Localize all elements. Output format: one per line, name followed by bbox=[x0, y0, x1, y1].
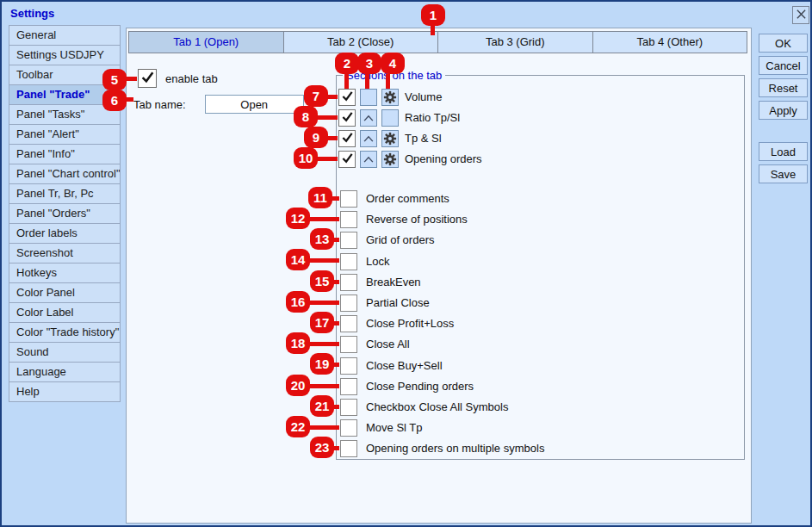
reset-button[interactable]: Reset bbox=[759, 78, 808, 97]
callout-line-16 bbox=[308, 301, 339, 305]
gear-icon[interactable] bbox=[381, 130, 399, 147]
close-icon bbox=[796, 9, 807, 22]
tab[interactable]: Tab 1 (Open) bbox=[129, 32, 284, 53]
option-row: Close Buy+Sell bbox=[340, 357, 443, 375]
callout-line-14 bbox=[308, 258, 339, 263]
callout-line-20 bbox=[308, 384, 339, 388]
checkbox[interactable] bbox=[338, 89, 356, 106]
apply-button[interactable]: Apply bbox=[759, 101, 808, 120]
option-row: Order comments bbox=[340, 190, 449, 208]
chevron-icon[interactable] bbox=[360, 130, 377, 147]
sidebar-item[interactable]: Hotkeys bbox=[9, 263, 121, 283]
close-button[interactable] bbox=[792, 6, 809, 24]
option-row: BreakEven bbox=[340, 274, 421, 291]
callout-badge-7: 7 bbox=[304, 85, 328, 107]
sidebar-item[interactable]: Order labels bbox=[9, 223, 121, 244]
sidebar-item[interactable]: Panel "Chart control" bbox=[9, 164, 121, 184]
sidebar-item[interactable]: Language bbox=[9, 362, 121, 382]
section-row-label: Tp & Sl bbox=[405, 130, 442, 147]
sidebar-item[interactable]: Color Panel bbox=[9, 282, 121, 303]
checkbox[interactable] bbox=[340, 315, 357, 332]
callout-badge-2: 2 bbox=[335, 53, 359, 74]
checkmark-icon bbox=[140, 70, 155, 87]
dialog-buttons: OKCancelResetApply bbox=[759, 34, 808, 123]
tab-name-row: Tab name: bbox=[133, 95, 304, 114]
section-row-label: Volume bbox=[405, 89, 442, 106]
checkbox[interactable] bbox=[340, 253, 357, 270]
callout-badge-20: 20 bbox=[286, 375, 310, 396]
option-row-label: Close Pending orders bbox=[366, 378, 474, 395]
checkbox[interactable] bbox=[340, 211, 357, 228]
sidebar-item[interactable]: Color "Trade history" bbox=[9, 322, 121, 343]
option-row: Close All bbox=[340, 336, 410, 353]
load-button[interactable]: Load bbox=[759, 142, 808, 161]
checkbox[interactable] bbox=[340, 336, 357, 353]
checkbox[interactable] bbox=[340, 399, 357, 416]
option-row: Close Profit+Loss bbox=[340, 315, 454, 332]
enable-tab-row: enable tab bbox=[138, 69, 218, 88]
callout-badge-4: 4 bbox=[381, 53, 405, 74]
tab[interactable]: Tab 4 (Other) bbox=[593, 32, 747, 53]
sidebar-item[interactable]: Color Label bbox=[9, 302, 121, 323]
sidebar-item[interactable]: Panel "Orders" bbox=[9, 203, 121, 224]
sidebar-item[interactable]: Screenshot bbox=[9, 243, 121, 264]
callout-line-12 bbox=[308, 217, 339, 221]
tab[interactable]: Tab 3 (Grid) bbox=[438, 32, 593, 53]
callout-badge-15: 15 bbox=[310, 270, 334, 292]
section-row-label: Opening orders bbox=[405, 151, 482, 168]
gear-icon[interactable] bbox=[381, 151, 399, 168]
checkbox[interactable] bbox=[340, 419, 357, 437]
color-swatch[interactable] bbox=[381, 109, 399, 127]
callout-badge-1: 1 bbox=[421, 4, 445, 26]
enable-tab-checkbox[interactable] bbox=[138, 69, 157, 88]
checkbox[interactable] bbox=[340, 232, 357, 249]
chevron-icon[interactable] bbox=[360, 151, 377, 168]
checkbox[interactable] bbox=[340, 190, 357, 208]
section-row: Volume bbox=[338, 89, 442, 106]
option-row-label: Opening orders on multiple symbols bbox=[366, 440, 544, 457]
tab-name-input[interactable] bbox=[205, 95, 304, 114]
tab[interactable]: Tab 2 (Close) bbox=[284, 32, 439, 53]
checkbox[interactable] bbox=[340, 274, 357, 291]
callout-badge-17: 17 bbox=[310, 312, 334, 333]
callout-badge-14: 14 bbox=[286, 249, 310, 270]
checkbox[interactable] bbox=[340, 294, 357, 312]
callout-badge-13: 13 bbox=[310, 228, 334, 250]
window-title: Settings bbox=[10, 7, 54, 20]
sidebar-item[interactable]: General bbox=[9, 25, 121, 46]
callout-badge-5: 5 bbox=[102, 69, 127, 90]
section-row: Tp & Sl bbox=[338, 130, 442, 147]
sidebar-item[interactable]: Panel "Info" bbox=[9, 144, 121, 164]
checkbox[interactable] bbox=[340, 378, 357, 395]
checkbox[interactable] bbox=[338, 109, 356, 127]
gear-icon[interactable] bbox=[381, 89, 399, 106]
checkmark-icon bbox=[341, 90, 354, 105]
sidebar-item[interactable]: Panel Tr, Br, Pc bbox=[9, 183, 121, 204]
callout-badge-19: 19 bbox=[310, 353, 334, 375]
sidebar-item[interactable]: Panel "Alert" bbox=[9, 124, 121, 145]
callout-badge-10: 10 bbox=[294, 147, 318, 169]
checkbox[interactable] bbox=[338, 130, 356, 147]
save-button[interactable]: Save bbox=[759, 164, 808, 183]
callout-badge-23: 23 bbox=[310, 437, 334, 458]
checkbox[interactable] bbox=[340, 357, 357, 375]
option-row: Move Sl Tp bbox=[340, 419, 423, 437]
cancel-button[interactable]: Cancel bbox=[759, 56, 808, 75]
callout-line-5 bbox=[126, 77, 137, 81]
ok-button[interactable]: OK bbox=[759, 34, 808, 53]
callout-badge-6: 6 bbox=[102, 90, 127, 111]
callout-line-3 bbox=[365, 74, 369, 89]
callout-badge-21: 21 bbox=[310, 395, 334, 417]
checkbox[interactable] bbox=[340, 440, 357, 457]
callout-line-1 bbox=[431, 25, 435, 35]
chevron-icon[interactable] bbox=[360, 109, 377, 127]
callout-line-6 bbox=[126, 97, 133, 102]
checkbox[interactable] bbox=[338, 151, 356, 168]
checkmark-icon bbox=[341, 152, 354, 167]
tabbar: Tab 1 (Open)Tab 2 (Close)Tab 3 (Grid)Tab… bbox=[128, 31, 747, 53]
sidebar-item[interactable]: Help bbox=[9, 381, 121, 402]
color-swatch[interactable] bbox=[360, 89, 377, 106]
sidebar-item[interactable]: Sound bbox=[9, 342, 121, 363]
sidebar-item[interactable]: Settings USDJPY bbox=[9, 45, 121, 65]
checkmark-icon bbox=[341, 131, 354, 146]
